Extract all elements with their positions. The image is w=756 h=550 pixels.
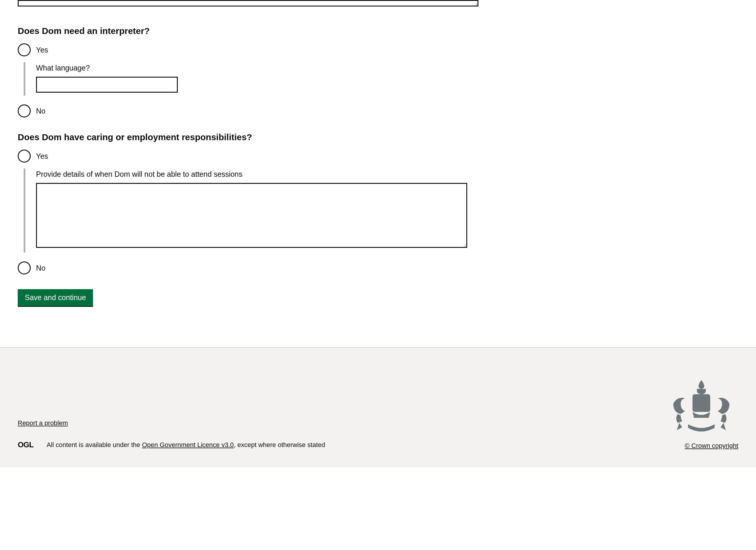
details-textarea[interactable] — [36, 183, 467, 248]
details-label: Provide details of when Dom will not be … — [36, 170, 738, 179]
caring-yes-item: Yes — [18, 150, 738, 163]
interpreter-legend: Does Dom need an interpreter? — [18, 26, 738, 36]
caring-yes-radio[interactable] — [18, 150, 31, 163]
licence-link[interactable]: Open Government Licence v3.0 — [142, 441, 234, 448]
report-problem-link[interactable]: Report a problem — [18, 419, 68, 427]
svg-rect-2 — [693, 394, 710, 412]
licence-row: OGL All content is available under the O… — [18, 440, 664, 450]
caring-conditional: Provide details of when Dom will not be … — [24, 169, 738, 253]
caring-no-label[interactable]: No — [36, 264, 45, 273]
caring-no-item: No — [18, 262, 738, 275]
save-and-continue-button[interactable]: Save and continue — [18, 289, 93, 306]
interpreter-no-label[interactable]: No — [36, 107, 45, 115]
language-input[interactable] — [36, 77, 178, 93]
royal-crest-icon — [664, 377, 738, 436]
footer-right: © Crown copyright — [664, 377, 738, 450]
crown-copyright-link[interactable]: © Crown copyright — [685, 442, 738, 450]
top-textarea[interactable] — [18, 0, 478, 6]
footer-left: Report a problem OGL All content is avai… — [18, 419, 664, 450]
page-footer: Report a problem OGL All content is avai… — [0, 347, 756, 467]
ogl-logo-icon: OGL — [18, 440, 41, 450]
interpreter-yes-item: Yes — [18, 43, 738, 56]
caring-yes-label[interactable]: Yes — [36, 152, 48, 161]
interpreter-yes-label[interactable]: Yes — [36, 46, 48, 54]
caring-no-radio[interactable] — [18, 262, 31, 275]
interpreter-no-item: No — [18, 105, 738, 118]
interpreter-no-radio[interactable] — [18, 105, 31, 118]
svg-text:OGL: OGL — [18, 440, 34, 449]
licence-text: All content is available under the Open … — [47, 441, 325, 449]
caring-legend: Does Dom have caring or employment respo… — [18, 132, 738, 142]
interpreter-conditional: What language? — [24, 62, 738, 96]
licence-prefix: All content is available under the — [47, 441, 142, 448]
interpreter-fieldset: Does Dom need an interpreter? Yes What l… — [18, 26, 738, 118]
svg-point-1 — [698, 383, 704, 389]
language-label: What language? — [36, 64, 738, 72]
interpreter-yes-radio[interactable] — [18, 43, 31, 56]
caring-fieldset: Does Dom have caring or employment respo… — [18, 132, 738, 275]
licence-suffix: , except where otherwise stated — [234, 441, 325, 448]
